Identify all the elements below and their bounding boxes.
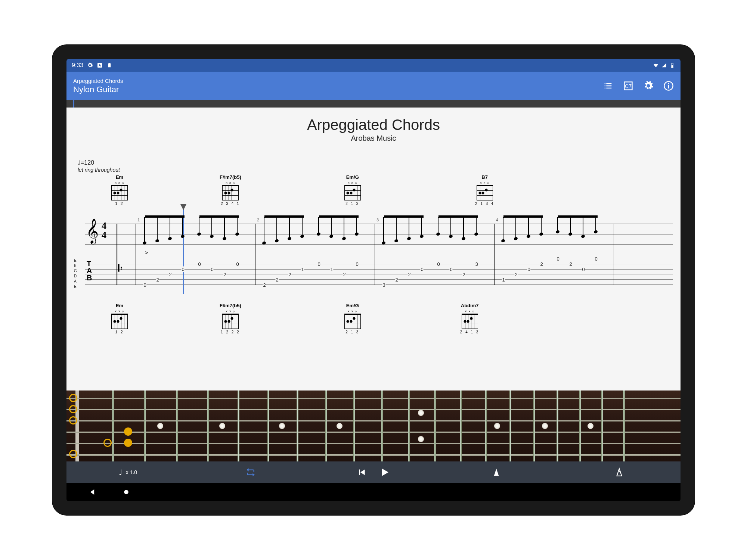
chord-name: Em/G [346, 174, 359, 180]
barline [375, 224, 375, 285]
chord-icon[interactable]: C7 [623, 81, 633, 91]
chord-open-mute-row: × × ○ [348, 309, 357, 313]
performance-direction: let ring throughout [78, 167, 120, 173]
tempo-marking: ♩=120 let ring throughout [78, 159, 120, 173]
home-icon[interactable] [123, 488, 130, 496]
chord-grid [222, 314, 239, 329]
chord-open-mute-row: × × ○ [226, 309, 235, 313]
fretboard-inlay [542, 423, 548, 429]
chord-grid [477, 186, 493, 200]
measure-number: 2 [257, 218, 259, 222]
chord-diagram: Em × × ○ 1 2 [111, 174, 128, 206]
play-icon[interactable] [379, 467, 390, 478]
tab-fret-number: 2 [263, 282, 266, 288]
tab-fret-number: 2 [342, 272, 346, 277]
chord-diagrams-row: Em × × ○ 1 2F#m7(b5) × × ○ 2 3 4 1Em/G ×… [66, 174, 681, 206]
tab-fret-number: 0 [143, 282, 146, 288]
time-signature: 4 4 [102, 221, 106, 240]
playback-speed[interactable]: x 1.0 [126, 469, 137, 475]
svg-text:A: A [99, 63, 101, 67]
svg-rect-3 [672, 63, 673, 63]
settings-icon[interactable] [643, 81, 654, 91]
fretboard-inlay [588, 423, 593, 429]
fretboard-inlay [157, 423, 163, 429]
chord-fingers: 2 1 3 4 [475, 202, 495, 206]
svg-point-10 [124, 490, 128, 494]
fretboard-string [66, 454, 681, 456]
tab-label: T A B [87, 260, 92, 281]
notation-system[interactable]: E B G D A E 𝄞 4 4 T A B 𝄆 > 102200020222… [70, 212, 677, 291]
fretboard-string [66, 420, 681, 421]
score-title: Arpeggiated Chords [307, 116, 440, 133]
chord-fingers: 1 2 [115, 202, 124, 206]
tab-fret-number: 0 [527, 267, 530, 272]
chord-grid [222, 186, 239, 200]
app-bar: Arpeggiated Chords Nylon Guitar C7 [66, 72, 681, 100]
chord-diagram: F#m7(b5) × × ○ 1 2 2 2 [220, 303, 241, 334]
info-icon[interactable] [663, 81, 674, 91]
metronome-icon[interactable] [492, 467, 501, 477]
fretboard-string [66, 398, 681, 399]
countdown-icon[interactable] [614, 467, 624, 477]
song-progress-bar[interactable] [66, 100, 681, 108]
chord-open-mute-row: × × ○ [115, 309, 124, 313]
treble-clef-icon: 𝄞 [86, 218, 99, 244]
chord-open-mute-row: × × ○ [115, 181, 124, 185]
chord-fingers: 1 2 2 2 [221, 330, 240, 334]
clock: 9:33 [72, 62, 83, 69]
measure-number: 4 [496, 218, 498, 222]
tab-fret-number: 0 [420, 267, 424, 272]
chord-grid [344, 314, 361, 329]
repeat-start-barline [117, 224, 117, 285]
song-title: Arpeggiated Chords [73, 78, 123, 84]
chord-diagram: Abdim7 × × ○ 2 4 1 3 [460, 303, 480, 334]
fretboard-inlay [494, 423, 500, 429]
fret-wire [601, 391, 603, 461]
svg-rect-9 [668, 85, 669, 88]
android-status-bar: 9:33 A [66, 59, 681, 72]
chord-diagram: Em/G × × ○ 2 1 3 [344, 303, 361, 334]
fretboard-inlay [219, 423, 225, 429]
note-beam-group [556, 215, 600, 248]
fret-wire [434, 391, 436, 461]
chord-open-mute-row: × × ○ [465, 309, 475, 313]
barline [494, 224, 495, 285]
chord-grid [111, 186, 128, 200]
fretboard-view[interactable] [66, 391, 681, 461]
note-beam-group [143, 215, 187, 248]
chord-grid [462, 314, 478, 329]
tab-fret-number: 0 [449, 267, 453, 272]
score-artist: Arobas Music [351, 134, 396, 143]
fret-wire [460, 391, 462, 461]
barline [136, 224, 136, 285]
open-string-marker [69, 450, 77, 458]
tab-fret-number: 1 [330, 267, 333, 272]
tab-fret-number: 0 [582, 267, 585, 272]
back-icon[interactable] [89, 488, 96, 496]
score-view[interactable]: Arpeggiated Chords Arobas Music ♩=120 le… [66, 108, 681, 391]
loop-icon[interactable] [246, 467, 255, 477]
note-beam-group [382, 215, 426, 248]
tablet-screen: 9:33 A Arpeggiated Chords Nylon Guitar C… [66, 59, 681, 501]
fret-wire [381, 391, 383, 461]
fret-wire [176, 391, 178, 461]
tracks-list-icon[interactable] [603, 81, 613, 91]
note-icon: ♩ [119, 468, 122, 477]
tab-fret-number: 2 [462, 272, 465, 277]
finger-marker [124, 439, 132, 447]
fretboard-string [66, 409, 681, 410]
measure-number: 1 [137, 218, 140, 222]
tab-fret-number: 2 [395, 277, 398, 283]
fret-wire [509, 391, 511, 461]
battery-icon [669, 62, 675, 68]
rewind-icon[interactable] [357, 467, 366, 477]
tab-fret-number: 2 [288, 272, 291, 277]
clipboard-icon [106, 62, 112, 68]
fret-wire [297, 391, 298, 461]
note-beam-group [501, 215, 545, 248]
svg-point-8 [668, 83, 669, 84]
tab-fret-number: 3 [475, 261, 478, 267]
tab-fret-number: 0 [210, 267, 214, 272]
note-beam-group [436, 215, 480, 248]
chord-open-mute-row: × × ○ [226, 181, 235, 185]
